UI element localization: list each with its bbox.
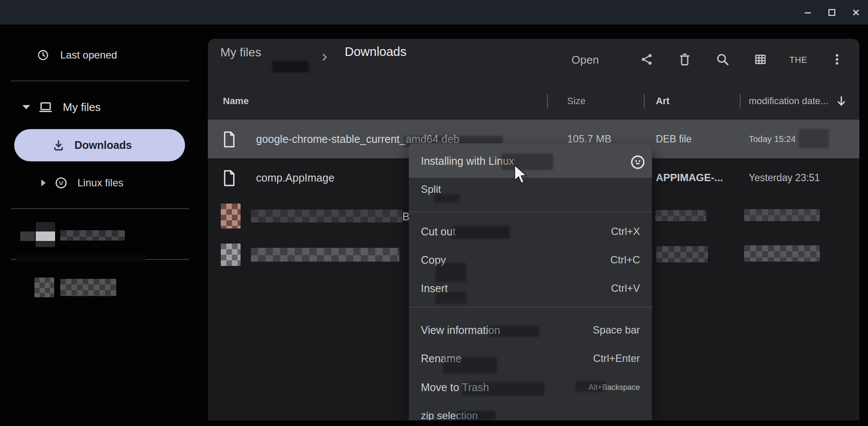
redacted-pixels — [20, 232, 35, 241]
redaction-smudge — [436, 263, 466, 282]
maximize-icon — [827, 7, 837, 18]
redaction-smudge — [435, 194, 460, 203]
file-date: Today 15:24 — [749, 120, 796, 158]
file-icon — [222, 131, 236, 150]
redacted-label — [60, 230, 125, 241]
sidebar-item-label: My files — [63, 101, 101, 114]
search-icon — [715, 52, 730, 67]
sidebar-item-downloads[interactable]: Downloads — [14, 129, 185, 161]
grid-view-icon — [753, 52, 768, 67]
sidebar-item-my-files[interactable]: My files — [22, 96, 101, 118]
sort-descending-icon[interactable] — [834, 94, 848, 110]
column-divider — [644, 94, 645, 108]
breadcrumb-chevron-icon — [319, 52, 330, 65]
redaction-smudge — [799, 129, 829, 148]
sidebar-item-label: Last opened — [60, 49, 117, 61]
redacted-label — [60, 279, 116, 296]
menu-item-install-with-linux[interactable]: Installing with Linux — [421, 155, 514, 167]
sidebar-item-linux-files[interactable]: Linux files — [41, 172, 124, 194]
redaction-smudge — [436, 292, 466, 304]
menu-divider — [409, 211, 652, 212]
minimize-button[interactable] — [803, 7, 813, 18]
sidebar-divider — [11, 208, 189, 209]
column-divider — [740, 94, 741, 108]
share-icon — [639, 52, 654, 67]
redacted-file-date — [744, 209, 820, 221]
sidebar-item-label: Downloads — [74, 139, 132, 151]
mouse-cursor — [513, 164, 529, 186]
redacted-icon — [34, 278, 54, 297]
redacted-file-type — [656, 246, 708, 262]
search-button[interactable] — [715, 52, 730, 67]
window-controls — [803, 0, 861, 25]
titlebar — [0, 0, 868, 25]
menu-shortcut: Space bar — [593, 324, 640, 336]
menu-item-cut[interactable]: Cut out — [421, 225, 456, 238]
breadcrumb-root[interactable]: My files — [220, 46, 261, 59]
redaction-smudge — [576, 381, 606, 392]
redacted-thumbnail — [221, 244, 241, 266]
redacted-pixels — [36, 241, 55, 247]
file-icon — [222, 170, 236, 188]
menu-shortcut: Ctrl+C — [610, 254, 640, 266]
redaction-smudge — [272, 61, 309, 72]
redacted-file-date — [744, 245, 820, 262]
redacted-thumbnail — [221, 204, 241, 228]
trash-icon — [677, 52, 692, 67]
column-header-name[interactable]: Name — [223, 94, 249, 108]
minimize-icon — [803, 7, 813, 18]
menu-shortcut: Ctrl+V — [611, 282, 640, 294]
redaction-smudge — [16, 255, 145, 262]
laptop-icon — [39, 100, 53, 114]
sidebar-item-last-opened[interactable]: Last opened — [37, 45, 117, 65]
close-button[interactable] — [851, 7, 861, 18]
download-icon — [52, 139, 65, 152]
redacted-pixels — [36, 232, 55, 241]
redacted-file-type — [655, 210, 706, 221]
close-icon — [851, 7, 861, 18]
more-options-button[interactable] — [829, 52, 845, 67]
files-app-window: Last opened My files Downloads Linux fil… — [0, 0, 868, 426]
file-type: DEB file — [656, 120, 692, 158]
column-header-size[interactable]: Size — [567, 94, 586, 108]
menu-shortcut: Ctrl+Enter — [593, 352, 640, 364]
share-button[interactable] — [639, 52, 655, 67]
menu-item-split[interactable]: Split — [421, 183, 441, 195]
column-header-type[interactable]: Art — [656, 94, 670, 108]
redaction-smudge — [488, 326, 539, 337]
menu-shortcut: Ctrl+X — [611, 225, 640, 238]
cursor-arrow-icon — [513, 164, 529, 185]
sidebar-divider — [11, 80, 189, 81]
penguin-icon — [629, 154, 646, 173]
redaction-smudge — [452, 226, 510, 239]
penguin-icon — [54, 176, 68, 190]
delete-button[interactable] — [677, 52, 692, 67]
column-divider — [547, 94, 548, 108]
redaction-smudge — [457, 411, 496, 420]
file-type: APPIMAGE-... — [656, 158, 723, 197]
chevron-right-icon[interactable] — [41, 179, 46, 186]
redaction-smudge — [443, 357, 497, 374]
menu-divider — [409, 307, 652, 308]
file-date: Yesterday 23:51 — [749, 158, 820, 197]
breadcrumb-current: Downloads — [345, 45, 406, 59]
file-name: comp.AppImage — [256, 158, 334, 197]
redacted-file-name — [251, 210, 402, 222]
column-header-date[interactable]: modification date... — [749, 94, 828, 108]
grid-view-button[interactable] — [753, 52, 768, 67]
redacted-file-name — [251, 248, 399, 262]
sidebar: Last opened My files Downloads Linux fil… — [0, 25, 208, 426]
open-button[interactable]: Open — [571, 53, 599, 67]
redaction-smudge — [463, 382, 544, 396]
clock-icon — [37, 49, 49, 61]
sidebar-item-label: Linux files — [77, 177, 124, 189]
kebab-menu-icon — [830, 52, 844, 67]
maximize-button[interactable] — [827, 7, 837, 18]
redacted-pixels — [36, 222, 55, 232]
sort-order-button[interactable]: THE — [787, 55, 809, 65]
chevron-down-icon[interactable] — [22, 105, 30, 109]
context-menu: Installing with Linux Split Cut out Ctrl… — [409, 143, 652, 420]
